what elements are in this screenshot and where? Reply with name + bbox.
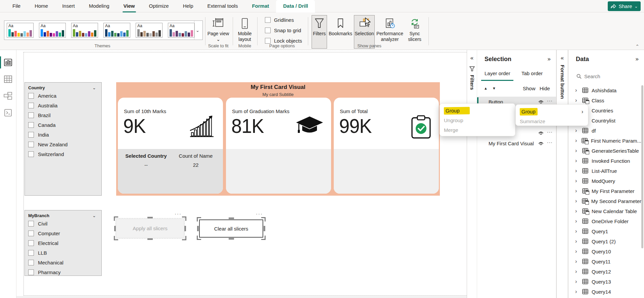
slicer-option[interactable]: Switzerland <box>25 149 101 159</box>
chevron-right-icon[interactable]: › <box>575 158 579 164</box>
slicer-option[interactable]: LLB <box>25 248 101 258</box>
table-row[interactable]: › My Second Parameter <box>568 196 641 206</box>
snap-to-grid-checkbox[interactable]: Snap to grid <box>265 28 301 33</box>
checkbox-icon[interactable] <box>28 93 34 99</box>
horizontal-scrollbar[interactable] <box>16 296 467 298</box>
table-row[interactable]: › Query10 <box>568 246 641 256</box>
move-down-icon[interactable]: ▼ <box>492 86 501 90</box>
resize-handle[interactable] <box>261 217 266 221</box>
expand-format-pane-icon[interactable]: « <box>557 55 568 61</box>
chevron-right-icon[interactable]: › <box>575 198 579 204</box>
resize-handle[interactable] <box>114 216 118 221</box>
checkbox-icon[interactable] <box>28 250 34 256</box>
chevron-right-icon[interactable]: › <box>575 138 579 144</box>
chevron-right-icon[interactable]: › <box>575 87 579 93</box>
chevron-right-icon[interactable]: › <box>575 128 579 134</box>
menu-tab[interactable]: Insert <box>55 0 82 12</box>
collapse-ribbon-icon[interactable]: ⌃ <box>635 44 639 49</box>
resize-handle[interactable] <box>184 226 186 231</box>
gridlines-checkbox[interactable]: Gridlines <box>265 17 294 23</box>
slicer-option[interactable]: Pharmacy <box>25 267 101 277</box>
menu-tab[interactable]: Modeling <box>82 0 117 12</box>
resize-handle[interactable] <box>229 217 234 219</box>
table-row[interactable]: › Query1 (2) <box>568 236 641 246</box>
theme-swatch[interactable]: Aa <box>39 23 66 38</box>
collapse-selection-pane-icon[interactable]: » <box>548 56 551 62</box>
card-visual[interactable]: My First Card Visual My card Subtitle Su… <box>116 82 440 196</box>
slicer-option[interactable]: Civil <box>25 219 101 229</box>
checkbox-icon[interactable] <box>28 132 34 138</box>
layer-row[interactable]: My First Card Visual ··· <box>477 138 556 149</box>
theme-swatch[interactable]: Aa <box>136 23 163 38</box>
country-slicer[interactable]: Country ⌄ America Australia Brazil <box>25 82 102 196</box>
chevron-right-icon[interactable]: › <box>575 218 579 224</box>
chevron-right-icon[interactable]: › <box>575 97 579 103</box>
resize-handle[interactable] <box>182 216 186 221</box>
table-row[interactable]: › ModQuery <box>568 176 641 186</box>
checkbox-icon[interactable] <box>28 221 34 227</box>
table-row[interactable]: › New Calendar Table <box>568 206 641 216</box>
model-view-button[interactable] <box>0 88 16 104</box>
checkbox-icon[interactable] <box>28 269 34 275</box>
checkbox-icon[interactable] <box>28 103 34 108</box>
chevron-right-icon[interactable]: › <box>575 208 579 214</box>
layer-more-options[interactable]: ··· <box>547 129 553 135</box>
chevron-right-icon[interactable]: › <box>575 148 579 154</box>
chevron-down-icon[interactable]: ⌄ <box>92 213 96 218</box>
chevron-right-icon[interactable]: › <box>575 178 579 184</box>
theme-swatch[interactable]: Aa <box>71 23 98 38</box>
slicer-option[interactable]: Brazil <box>25 110 101 120</box>
submenu-item[interactable]: Summarize › <box>516 116 588 126</box>
chevron-down-icon[interactable]: ⌄ <box>92 85 96 90</box>
resize-handle[interactable] <box>114 236 118 240</box>
search-input[interactable] <box>584 73 631 79</box>
slicer-option[interactable]: America <box>25 91 101 101</box>
show-all-button[interactable]: Show <box>523 86 536 91</box>
chevron-right-icon[interactable]: › <box>575 248 579 254</box>
checkbox-icon[interactable] <box>28 260 34 265</box>
filter-funnel-icon[interactable] <box>469 66 475 71</box>
expand-filters-icon[interactable]: « <box>467 55 477 61</box>
checkbox-icon[interactable] <box>28 122 34 128</box>
table-row[interactable]: › OneDrive Folder <box>568 216 641 226</box>
theme-swatch[interactable]: Aa <box>168 23 195 38</box>
chevron-right-icon[interactable]: › <box>575 188 579 194</box>
menu-tab[interactable]: File <box>5 0 28 12</box>
menu-tab[interactable]: Optimize <box>142 0 176 12</box>
visibility-eye-icon[interactable] <box>538 141 544 146</box>
chevron-right-icon[interactable]: › <box>575 279 579 285</box>
table-row[interactable]: › Class <box>568 95 641 105</box>
menu-tab[interactable]: Home <box>28 0 55 12</box>
chevron-right-icon[interactable]: › <box>575 289 579 295</box>
slicer-option[interactable]: Computer <box>25 229 101 238</box>
table-view-button[interactable] <box>0 71 16 88</box>
resize-handle[interactable] <box>261 236 266 240</box>
layer-more-options[interactable]: ··· <box>547 140 553 145</box>
table-row[interactable]: › GenerateSeriesTable <box>568 146 641 156</box>
menu-tab[interactable]: Help <box>176 0 200 12</box>
slicer-option[interactable]: Australia <box>25 101 101 110</box>
submenu-item[interactable]: Group › <box>516 107 588 116</box>
slicer-option[interactable]: India <box>25 130 101 140</box>
visual-more-options[interactable]: ··· <box>175 211 182 216</box>
format-pane-title[interactable]: Format button <box>560 65 565 99</box>
slicer-option[interactable]: Canada <box>25 120 101 130</box>
resize-handle[interactable] <box>197 236 201 240</box>
menu-tab[interactable]: Data / Drill <box>276 0 315 12</box>
data-pane-scrollbar[interactable] <box>641 85 643 248</box>
checkbox-icon[interactable] <box>28 231 34 236</box>
table-row[interactable]: › Query1 <box>568 226 641 236</box>
table-row[interactable]: › Query14 <box>568 287 641 297</box>
table-row[interactable]: › Query12 <box>568 266 641 277</box>
tab-layer-order[interactable]: Layer order <box>485 70 510 76</box>
resize-handle[interactable] <box>229 238 234 240</box>
dax-query-view-button[interactable] <box>0 104 16 121</box>
menu-tab[interactable]: View <box>117 0 142 12</box>
checkbox-icon[interactable] <box>28 151 34 157</box>
apply-all-slicers-button[interactable]: Apply all slicers <box>116 219 184 238</box>
filters-ribbon-button[interactable]: Filters <box>312 15 327 49</box>
checkbox-icon[interactable] <box>28 142 34 147</box>
move-up-icon[interactable]: ▲ <box>484 86 492 90</box>
slicer-option[interactable]: Mechanical <box>25 258 101 267</box>
tab-tab-order[interactable]: Tab order <box>521 70 543 76</box>
